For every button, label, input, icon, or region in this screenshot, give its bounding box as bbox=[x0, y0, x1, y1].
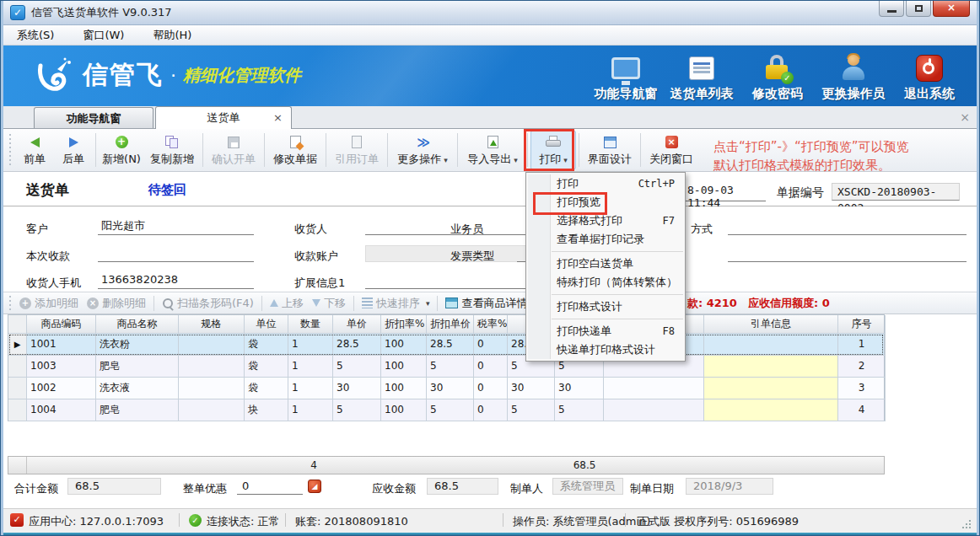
doc-no-label: 单据编号 bbox=[777, 185, 824, 201]
delete-detail-button[interactable]: ×删除明细 bbox=[87, 296, 146, 311]
copy-new-button[interactable]: 复制新增 bbox=[144, 131, 200, 169]
make-date-field: 2018/9/3 bbox=[686, 478, 773, 495]
nav-window-button[interactable]: 功能导航窗 bbox=[590, 52, 661, 102]
col-code[interactable]: 商品编码 bbox=[27, 315, 96, 334]
status-app-center: 应用中心: 127.0.0.1:7093 bbox=[29, 514, 164, 529]
restore-icon bbox=[915, 5, 923, 12]
doc-no-field: XSCKD-20180903-0002 bbox=[832, 183, 960, 201]
ext1-label: 扩展信息1 bbox=[294, 276, 345, 291]
move-down-button[interactable]: 下移 bbox=[312, 296, 346, 311]
col-tax[interactable]: 税率% bbox=[474, 315, 508, 334]
arrow-down-icon bbox=[312, 299, 320, 307]
new-button[interactable]: + 新增(N) bbox=[99, 131, 144, 169]
extra-right-field[interactable] bbox=[728, 244, 967, 262]
col-ref[interactable]: 引单信息 bbox=[704, 315, 838, 334]
col-qty[interactable]: 数量 bbox=[288, 315, 333, 334]
menu-item-print-express[interactable]: 打印快递单 F8 bbox=[526, 322, 685, 340]
payment-field[interactable] bbox=[98, 244, 254, 262]
change-password-button[interactable]: ✓ 修改密码 bbox=[742, 52, 813, 102]
sort-icon bbox=[362, 297, 373, 308]
annotation-line2: 默认打印格式模板的打印效果。 bbox=[713, 156, 980, 174]
print-button[interactable]: 打印▾ bbox=[530, 131, 576, 169]
col-unit[interactable]: 单位 bbox=[245, 315, 288, 334]
discount-field[interactable]: 0 bbox=[237, 478, 303, 495]
menu-item-print[interactable]: 打印 Ctrl+P bbox=[526, 174, 685, 193]
menu-item-view-print-log[interactable]: 查看单据打印记录 bbox=[526, 230, 685, 249]
minimize-button[interactable] bbox=[879, 1, 904, 17]
more-actions-button[interactable]: ≫ 更多操作▾ bbox=[390, 131, 455, 169]
table-row[interactable]: 1003 肥皂 袋 1 5 100 5 0 5 5 2 bbox=[8, 356, 884, 378]
title-bar: ✓ 信管飞送货单软件 V9.0.317 × bbox=[3, 1, 977, 25]
resize-grip[interactable] bbox=[962, 520, 972, 529]
close-window-button[interactable]: × 关闭窗口 bbox=[643, 131, 699, 169]
col-spec[interactable]: 规格 bbox=[179, 315, 245, 334]
quick-sort-button[interactable]: 快速排序▾ bbox=[362, 296, 430, 311]
menu-item-select-format-print[interactable]: 选择格式打印 F7 bbox=[526, 212, 685, 230]
import-export-button[interactable]: 导入导出▾ bbox=[460, 131, 525, 169]
detail-grid: 商品编码 商品名称 规格 单位 数量 单价 折扣率% 折扣单价 税率% 引单信息… bbox=[8, 314, 885, 421]
detail-grip bbox=[8, 296, 12, 311]
exit-system-button[interactable]: 退出系统 bbox=[894, 52, 965, 102]
list-icon bbox=[689, 56, 714, 80]
print-dropdown-menu: 打印 Ctrl+P 打印预览 选择格式打印 F7 查看单据打印记录 打印空白送货… bbox=[525, 172, 686, 362]
add-detail-button[interactable]: +添加明细 bbox=[19, 296, 78, 311]
mode-field[interactable] bbox=[728, 217, 967, 235]
arrow-up-icon bbox=[270, 299, 278, 307]
table-row[interactable]: 1002 洗衣液 袋 1 30 100 30 0 30 30 3 bbox=[8, 378, 884, 399]
move-up-button[interactable]: 上移 bbox=[270, 296, 304, 311]
table-icon bbox=[445, 297, 458, 308]
delivery-list-button[interactable]: 送货单列表 bbox=[666, 52, 737, 102]
modify-button[interactable]: 修改单据 bbox=[267, 131, 323, 169]
ui-design-button[interactable]: 界面设计 bbox=[582, 131, 638, 169]
col-price[interactable]: 单价 bbox=[333, 315, 381, 334]
col-dprice[interactable]: 折扣单价 bbox=[427, 315, 474, 334]
tab-close-icon[interactable]: × bbox=[273, 107, 283, 128]
next-doc-button[interactable]: 后单 bbox=[54, 131, 93, 169]
discount-tool-icon[interactable]: ◢ bbox=[308, 480, 321, 493]
close-button[interactable]: × bbox=[933, 1, 970, 17]
window-title: 信管飞送货单软件 V9.0.317 bbox=[31, 5, 172, 20]
strip-close-icon[interactable]: × bbox=[960, 110, 970, 124]
menu-item-special-print[interactable]: 特殊打印（简体转繁体） bbox=[526, 273, 685, 292]
debt-amount: 款: 4210 bbox=[687, 296, 737, 311]
tab-nav-window[interactable]: 功能导航窗 bbox=[34, 107, 153, 129]
menu-item-print-blank[interactable]: 打印空白送货单 bbox=[526, 255, 685, 273]
document-icon bbox=[352, 136, 362, 148]
menu-item-express-format-design[interactable]: 快递单打印格式设计 bbox=[526, 340, 685, 359]
status-operator: 操作员: 系统管理员(admin) bbox=[513, 514, 650, 529]
receiver-label: 收货人 bbox=[294, 222, 327, 237]
confirm-button[interactable]: 确认开单 bbox=[206, 131, 261, 169]
import-export-icon bbox=[487, 136, 498, 148]
lock-icon: ✓ bbox=[765, 55, 790, 82]
chevrons-icon: ≫ bbox=[417, 135, 428, 150]
customer-field[interactable]: 阳光超市 bbox=[98, 217, 254, 235]
refer-order-button[interactable]: 引用订单 bbox=[329, 131, 385, 169]
menu-window[interactable]: 窗口(W) bbox=[79, 26, 127, 45]
switch-operator-button[interactable]: 更换操作员 bbox=[818, 52, 889, 102]
col-rate[interactable]: 折扣率% bbox=[381, 315, 427, 334]
summary-stub bbox=[8, 457, 27, 474]
menu-help[interactable]: 帮助(H) bbox=[149, 26, 195, 45]
credit-limit: 应收信用额度: 0 bbox=[748, 296, 830, 311]
phone-field[interactable]: 13663820238 bbox=[98, 271, 254, 289]
menu-item-print-preview[interactable]: 打印预览 bbox=[526, 193, 685, 212]
receiver-field[interactable] bbox=[365, 217, 528, 235]
receivable-field: 68.5 bbox=[427, 478, 498, 495]
customer-label: 客户 bbox=[26, 222, 48, 237]
view-product-button[interactable]: 查看商品详情 bbox=[445, 296, 527, 311]
table-row[interactable]: ▶ 1001 洗衣粉 袋 1 28.5 100 28.5 0 28.5 1 bbox=[8, 334, 884, 356]
col-seq[interactable]: 序号 bbox=[838, 315, 886, 334]
account-label: 收款账户 bbox=[294, 249, 338, 264]
prev-doc-button[interactable]: 前单 bbox=[15, 131, 54, 169]
menu-system[interactable]: 系统(S) bbox=[13, 26, 57, 45]
brand-name: 信管飞 bbox=[83, 58, 164, 93]
tab-delivery-order[interactable]: 送货单 × bbox=[155, 106, 292, 129]
menu-item-print-format-design[interactable]: 打印格式设计 bbox=[526, 297, 685, 316]
table-row[interactable]: 1004 肥皂 块 1 5 100 5 0 5 5 4 bbox=[8, 399, 884, 421]
restore-button[interactable] bbox=[906, 1, 931, 17]
ext1-field[interactable] bbox=[365, 271, 528, 289]
save-icon bbox=[228, 137, 240, 148]
minimize-icon bbox=[887, 10, 897, 13]
scan-barcode-button[interactable]: 扫描条形码(F4) bbox=[162, 296, 254, 311]
col-name[interactable]: 商品名称 bbox=[96, 315, 179, 334]
